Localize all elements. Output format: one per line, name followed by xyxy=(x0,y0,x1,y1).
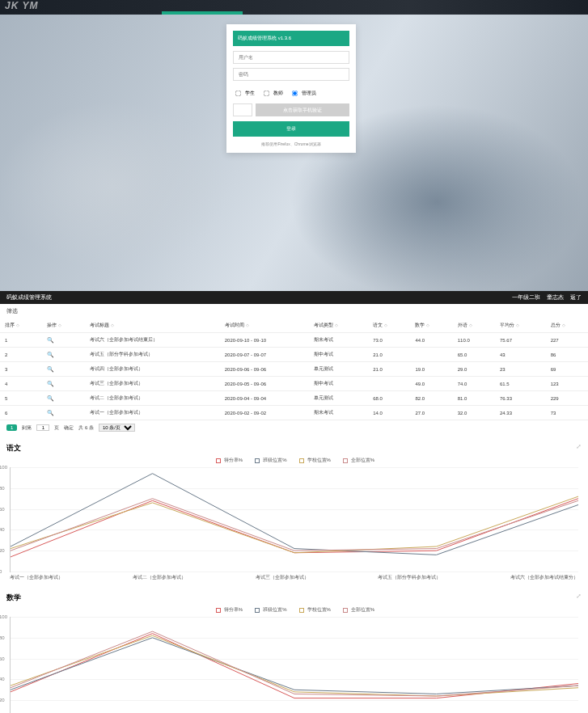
system-header-right: 一年级二班 童志杰 返了 xyxy=(507,293,582,302)
table-cell: 229 xyxy=(546,391,588,406)
legend-swatch xyxy=(252,610,260,610)
y-axis-label: 0 xyxy=(0,569,2,574)
login-button[interactable]: 登录 xyxy=(233,121,349,137)
table-cell: 期末考试 xyxy=(309,406,368,420)
x-axis-label: 考试六（全部参加考试结束分） xyxy=(510,574,578,581)
goto-confirm[interactable]: 确定 xyxy=(64,424,74,432)
legend-swatch xyxy=(214,460,222,461)
table-cell: 考试一（全部参加考试） xyxy=(85,406,220,420)
chart-canvas: 020406080100 xyxy=(10,617,578,713)
table-cell: 2020-09-05 - 09-06 xyxy=(220,377,309,391)
legend-label: 班级位置% xyxy=(263,457,286,464)
y-axis-label: 100 xyxy=(0,614,7,619)
table-cell: 61.5 xyxy=(495,377,546,391)
table-cell: 2020-09-10 - 09-10 xyxy=(220,333,309,348)
chart-canvas: 020406080100 xyxy=(10,467,578,572)
table-cell: 考试六（全部参加考试结束后） xyxy=(85,333,220,348)
legend-item[interactable]: 学校位置% xyxy=(297,606,331,614)
table-header-cell[interactable]: 语文◇ xyxy=(368,319,410,333)
legend-swatch xyxy=(297,610,305,610)
legend-swatch xyxy=(297,460,305,461)
password-input[interactable] xyxy=(233,68,349,81)
system-title: 码蚁成绩管理系统 xyxy=(6,293,52,302)
goto-page-input[interactable] xyxy=(36,424,49,431)
y-axis-label: 40 xyxy=(0,677,5,681)
magnify-icon[interactable]: 🔍 xyxy=(47,410,54,416)
table-row: 4🔍考试三（全部参加考试）2020-09-05 - 09-06期中考试49.07… xyxy=(0,377,588,391)
table-row: 3🔍考试四（全部参加考试）2020-09-06 - 09-06单元测试21.01… xyxy=(0,362,588,377)
table-row: 1🔍考试六（全部参加考试结束后）2020-09-10 - 09-10期末考试73… xyxy=(0,333,588,348)
magnify-icon[interactable]: 🔍 xyxy=(47,395,54,401)
role-admin-radio[interactable]: 管理员 xyxy=(290,88,316,99)
magnify-icon[interactable]: 🔍 xyxy=(47,381,54,386)
back-link[interactable]: 返了 xyxy=(570,294,582,300)
table-cell: 49.0 xyxy=(410,377,452,391)
legend-label: 全部位置% xyxy=(351,606,374,614)
table-cell: 单元测试 xyxy=(309,391,368,406)
legend-item[interactable]: 学校位置% xyxy=(297,457,331,464)
magnify-icon[interactable]: 🔍 xyxy=(47,337,54,343)
table-cell: 44.0 xyxy=(410,333,452,348)
scores-table: 排序◇操作◇考试标题◇考试时间◇考试类型◇语文◇数学◇外语◇平均分◇总分◇ 1🔍… xyxy=(0,319,588,420)
role-student-radio[interactable]: 学生 xyxy=(233,88,255,99)
table-cell: 73.0 xyxy=(368,333,410,348)
expand-icon[interactable]: ⤢ xyxy=(576,593,582,600)
goto-suffix: 页 xyxy=(54,424,59,432)
table-header-cell[interactable]: 排序◇ xyxy=(0,319,42,333)
table-cell: 2 xyxy=(0,348,42,362)
table-cell: 69 xyxy=(546,362,588,377)
table-cell: 24.33 xyxy=(495,406,546,420)
goto-prefix: 到第 xyxy=(22,424,32,432)
captcha-button[interactable]: 点击获取手机验证 xyxy=(256,103,349,116)
system-header-bar: 码蚁成绩管理系统 一年级二班 童志杰 返了 xyxy=(0,291,588,304)
hero-topbar xyxy=(0,0,588,15)
y-axis-label: 20 xyxy=(0,548,5,553)
table-row: 5🔍考试二（全部参加考试）2020-09-04 - 09-04单元测试68.08… xyxy=(0,391,588,406)
chart-title: 数学 xyxy=(6,593,582,603)
magnify-icon[interactable]: 🔍 xyxy=(47,366,54,372)
expand-icon[interactable]: ⤢ xyxy=(576,443,582,450)
table-cell xyxy=(410,348,452,362)
table-header-cell[interactable]: 平均分◇ xyxy=(495,319,546,333)
x-axis-label: 考试一（全部参加考试） xyxy=(10,574,63,581)
legend-item[interactable]: 得分率% xyxy=(214,606,243,614)
table-cell: 2020-09-04 - 09-04 xyxy=(220,391,309,406)
chart-block-math: 数学 ⤢ 得分率%班级位置%学校位置%全部位置% 020406080100 考试… xyxy=(0,584,588,713)
table-header-cell[interactable]: 数学◇ xyxy=(410,319,452,333)
table-cell: 🔍 xyxy=(42,348,84,362)
table-header-cell[interactable]: 考试时间◇ xyxy=(220,319,309,333)
table-cell: 123 xyxy=(546,377,588,391)
table-header-cell[interactable]: 操作◇ xyxy=(42,319,84,333)
table-header-cell[interactable]: 考试类型◇ xyxy=(309,319,368,333)
table-cell: 29.0 xyxy=(453,362,495,377)
captcha-row: 点击获取手机验证 xyxy=(233,103,349,116)
chart-legend: 得分率%班级位置%学校位置%全部位置% xyxy=(6,606,582,614)
legend-item[interactable]: 班级位置% xyxy=(252,606,286,614)
legend-item[interactable]: 全部位置% xyxy=(341,606,374,614)
table-header-cell[interactable]: 外语◇ xyxy=(453,319,495,333)
username-input[interactable] xyxy=(233,51,349,64)
filter-label: 筛选 xyxy=(0,304,588,319)
legend-item[interactable]: 全部位置% xyxy=(341,457,374,464)
page-current[interactable]: 1 xyxy=(6,424,17,431)
y-axis-label: 40 xyxy=(0,527,5,532)
legend-swatch xyxy=(341,460,349,461)
captcha-input[interactable] xyxy=(233,103,252,116)
y-axis-label: 80 xyxy=(0,635,5,640)
magnify-icon[interactable]: 🔍 xyxy=(47,352,54,357)
table-cell: 43 xyxy=(495,348,546,362)
page-size-select[interactable]: 10 条/页 xyxy=(99,424,135,432)
chart-block-chinese: 语文 ⤢ 得分率%班级位置%学校位置%全部位置% 020406080100 考试… xyxy=(0,435,588,584)
brand-logo: JK YM xyxy=(5,0,38,11)
table-header-cell[interactable]: 总分◇ xyxy=(546,319,588,333)
table-header-cell[interactable]: 考试标题◇ xyxy=(85,319,220,333)
role-teacher-radio[interactable]: 教师 xyxy=(261,88,283,99)
legend-label: 全部位置% xyxy=(351,457,374,464)
table-cell: 3 xyxy=(0,362,42,377)
table-cell: 68.0 xyxy=(368,391,410,406)
table-cell: 74.0 xyxy=(453,377,495,391)
table-cell: 86 xyxy=(546,348,588,362)
legend-label: 得分率% xyxy=(224,606,243,614)
legend-item[interactable]: 得分率% xyxy=(214,457,243,464)
legend-item[interactable]: 班级位置% xyxy=(252,457,286,464)
